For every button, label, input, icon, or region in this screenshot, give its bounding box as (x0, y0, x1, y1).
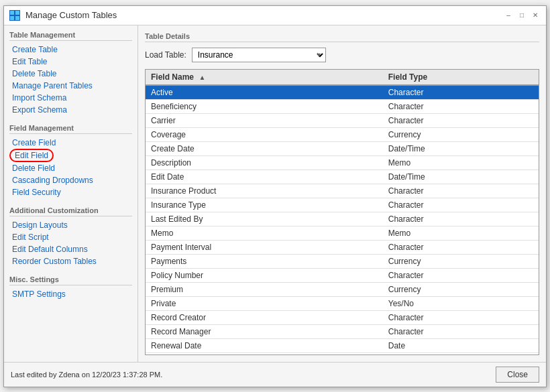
svg-rect-1 (15, 11, 19, 15)
table-row[interactable]: PremiumCurrency (146, 282, 539, 296)
field-name-cell: Policy Number (146, 268, 383, 282)
field-type-header[interactable]: Field Type (383, 70, 539, 85)
load-table-select[interactable]: InsuranceContactsCustom1 (192, 48, 326, 62)
app-icon (9, 10, 20, 21)
sidebar-link-import-schema[interactable]: Import Schema (9, 92, 132, 104)
svg-rect-2 (10, 16, 14, 20)
main-panel: Table Details Load Table: InsuranceConta… (138, 25, 546, 362)
field-type-cell: Character (383, 240, 539, 254)
sidebar-link-create-field[interactable]: Create Field (9, 137, 132, 149)
field-name-cell: Create Date (146, 141, 383, 155)
field-name-cell: Coverage (146, 127, 383, 141)
table-row[interactable]: CarrierCharacter (146, 113, 539, 127)
table-row[interactable]: Renewal DateDate (146, 338, 539, 352)
sidebar-link-field-security[interactable]: Field Security (9, 186, 132, 198)
sidebar-link-manage-parent-tables[interactable]: Manage Parent Tables (9, 80, 132, 92)
field-name-cell: Last Edited By (146, 212, 383, 226)
table-row[interactable]: Create DateDate/Time (146, 141, 539, 155)
table-row[interactable]: Record ManagerCharacter (146, 324, 539, 338)
main-window: Manage Custom Tables – □ ✕ Table Managem… (3, 5, 547, 387)
table-row[interactable]: Insurance TypeCharacter (146, 198, 539, 212)
table-row[interactable]: Last Edited ByCharacter (146, 212, 539, 226)
window-title: Manage Custom Tables (25, 10, 117, 20)
svg-rect-0 (10, 11, 14, 15)
field-type-cell: Character (383, 198, 539, 212)
minimize-button[interactable]: – (503, 11, 514, 20)
field-type-cell: Date/Time (383, 141, 539, 155)
sidebar-link-design-layouts[interactable]: Design Layouts (9, 219, 132, 231)
field-name-cell: Active (146, 85, 383, 100)
table-row[interactable]: Record CreatorCharacter (146, 310, 539, 324)
table-row[interactable]: Policy NumberCharacter (146, 268, 539, 282)
field-name-cell: Edit Date (146, 170, 383, 184)
sidebar: Table ManagementCreate TableEdit TableDe… (4, 25, 138, 362)
field-type-cell: Date/Time (383, 170, 539, 184)
content-area: Table ManagementCreate TableEdit TableDe… (4, 25, 546, 362)
field-type-cell: Character (383, 310, 539, 324)
field-type-cell: Character (383, 324, 539, 338)
bottom-bar: Last edited by Zdena on 12/20/23 1:37:28… (4, 362, 546, 387)
table-row[interactable]: Insurance ProductCharacter (146, 184, 539, 198)
field-type-cell: Character (383, 268, 539, 282)
table-row[interactable]: PaymentsCurrency (146, 254, 539, 268)
sidebar-link-edit-field[interactable]: Edit Field (9, 149, 54, 162)
table-row[interactable]: ActiveCharacter (146, 85, 539, 100)
section-header-misc-settings: Misc. Settings (9, 275, 132, 285)
table-body: ActiveCharacterBeneficiencyCharacterCarr… (146, 85, 539, 355)
sidebar-link-export-schema[interactable]: Export Schema (9, 104, 132, 116)
sidebar-link-edit-default-columns[interactable]: Edit Default Columns (9, 243, 132, 255)
close-window-button[interactable]: ✕ (530, 11, 541, 20)
title-bar-left: Manage Custom Tables (9, 10, 117, 21)
field-type-cell: Yes/No (383, 296, 539, 310)
field-type-cell: Currency (383, 254, 539, 268)
window-controls: – □ ✕ (503, 11, 541, 20)
field-type-cell: Currency (383, 282, 539, 296)
field-name-cell: Premium (146, 282, 383, 296)
field-name-cell: Private (146, 296, 383, 310)
section-header-additional-customization: Additional Customization (9, 206, 132, 216)
table-row[interactable]: Edit DateDate/Time (146, 170, 539, 184)
table-details-header: Table Details (145, 32, 539, 42)
field-type-cell: Date (383, 338, 539, 352)
field-name-cell: Carrier (146, 113, 383, 127)
sidebar-section-additional-customization: Additional CustomizationDesign LayoutsEd… (9, 206, 132, 267)
sidebar-link-delete-field[interactable]: Delete Field (9, 162, 132, 174)
sidebar-link-create-table[interactable]: Create Table (9, 44, 132, 56)
table-header: Field Name ▲ Field Type (146, 70, 539, 85)
table-row[interactable]: Payment IntervalCharacter (146, 240, 539, 254)
field-name-cell: Record Creator (146, 310, 383, 324)
sidebar-section-table-management: Table ManagementCreate TableEdit TableDe… (9, 31, 132, 116)
maximize-button[interactable]: □ (516, 11, 527, 20)
load-table-select-wrapper[interactable]: InsuranceContactsCustom1 (192, 48, 326, 62)
sidebar-section-field-management: Field ManagementCreate FieldEdit FieldDe… (9, 124, 132, 198)
table-row[interactable]: Start DateDate (146, 352, 539, 355)
sidebar-link-reorder-custom-tables[interactable]: Reorder Custom Tables (9, 255, 132, 267)
field-name-cell: Insurance Product (146, 184, 383, 198)
field-name-cell: Payments (146, 254, 383, 268)
table-row[interactable]: MemoMemo (146, 226, 539, 240)
table-row[interactable]: DescriptionMemo (146, 155, 539, 170)
sidebar-link-cascading-dropdowns[interactable]: Cascading Dropdowns (9, 174, 132, 186)
field-name-cell: Record Manager (146, 324, 383, 338)
sidebar-section-misc-settings: Misc. SettingsSMTP Settings (9, 275, 132, 300)
field-name-cell: Beneficiency (146, 99, 383, 113)
load-table-label: Load Table: (145, 50, 186, 60)
load-table-row: Load Table: InsuranceContactsCustom1 (145, 48, 539, 62)
title-bar: Manage Custom Tables – □ ✕ (4, 6, 546, 25)
field-type-cell: Date (383, 352, 539, 355)
table-row[interactable]: PrivateYes/No (146, 296, 539, 310)
fields-table-container: Field Name ▲ Field Type ActiveCharacterB… (145, 69, 539, 355)
field-name-header[interactable]: Field Name ▲ (146, 70, 383, 85)
field-type-cell: Character (383, 99, 539, 113)
sidebar-link-smtp-settings[interactable]: SMTP Settings (9, 288, 132, 300)
table-row[interactable]: BeneficiencyCharacter (146, 99, 539, 113)
fields-table: Field Name ▲ Field Type ActiveCharacterB… (146, 70, 539, 355)
field-name-cell: Renewal Date (146, 338, 383, 352)
field-name-cell: Insurance Type (146, 198, 383, 212)
sidebar-link-delete-table[interactable]: Delete Table (9, 68, 132, 80)
sidebar-link-edit-table[interactable]: Edit Table (9, 56, 132, 68)
sidebar-link-edit-script[interactable]: Edit Script (9, 231, 132, 243)
close-button[interactable]: Close (496, 367, 539, 383)
section-header-field-management: Field Management (9, 124, 132, 134)
table-row[interactable]: CoverageCurrency (146, 127, 539, 141)
